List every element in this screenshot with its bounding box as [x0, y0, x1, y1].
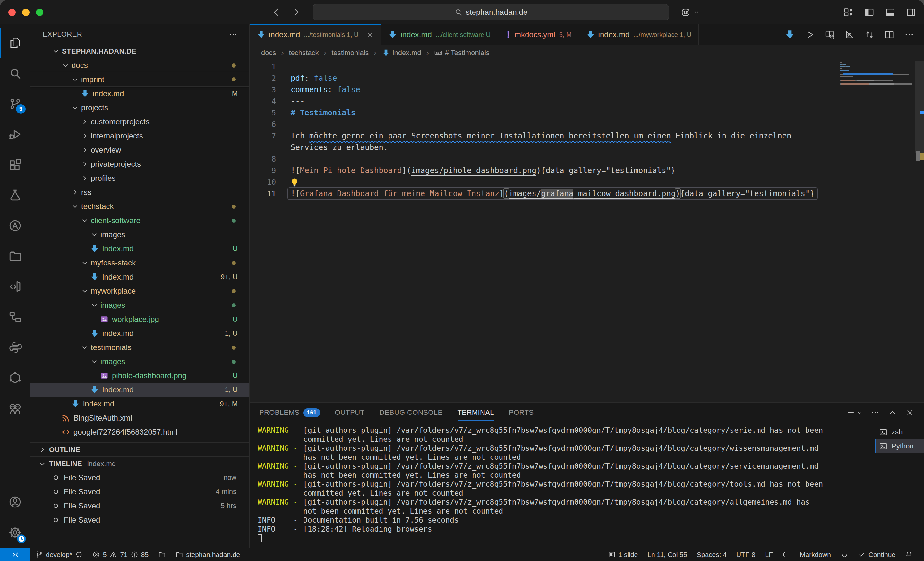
forward-icon[interactable]: [291, 7, 301, 17]
tree-item-index-md[interactable]: index.md1, U: [30, 326, 249, 340]
timeline-entry[interactable]: File Saved5 hrs: [30, 499, 249, 513]
tree-item-testimonials[interactable]: testimonials: [30, 340, 249, 355]
outline-section[interactable]: OUTLINE: [30, 442, 249, 456]
language-mode[interactable]: Markdown: [795, 548, 836, 561]
markdown-icon[interactable]: [785, 30, 795, 40]
zoom-window-button[interactable]: [36, 9, 44, 16]
tab-mkdocs-yml[interactable]: !mkdocs.yml5, M: [498, 24, 579, 45]
code-line-5[interactable]: 5# Testimonials: [250, 107, 838, 119]
workspace-folder[interactable]: stephan.hadan.de: [171, 548, 245, 561]
problems-status[interactable]: 57185: [88, 548, 153, 561]
compare-icon[interactable]: [864, 30, 874, 40]
continue-status[interactable]: Continue: [853, 548, 900, 561]
code-line-7[interactable]: 7Ich möchte gerne ein paar Screenshots m…: [250, 130, 838, 142]
tree-item-privateprojects[interactable]: privateprojects: [30, 157, 249, 171]
breadcrumb-item-2[interactable]: techstack: [289, 49, 319, 57]
tab-index-md-myworkplace[interactable]: index.md.../myworkplace 1, U: [579, 24, 699, 45]
panel-tab-problems[interactable]: PROBLEMS161: [259, 408, 320, 417]
code-line-6[interactable]: 6: [250, 119, 838, 130]
slide-count[interactable]: 1 slide: [603, 548, 643, 561]
loading-indicator-2[interactable]: [836, 548, 853, 561]
toggle-panel-icon[interactable]: [885, 7, 896, 18]
activitybar-item-accounts[interactable]: [0, 487, 30, 517]
tree-item-imprint[interactable]: imprint: [30, 72, 249, 87]
tree-item-images[interactable]: images: [30, 355, 249, 369]
customize-layout-icon[interactable]: [843, 7, 854, 18]
panel-tab-ports[interactable]: PORTS: [509, 408, 534, 417]
run-icon[interactable]: [805, 30, 815, 40]
panel-tab-terminal[interactable]: TERMINAL: [458, 408, 494, 417]
breadcrumb-item-5[interactable]: # Testimonials: [434, 49, 490, 57]
tab-index-md-testimonials[interactable]: index.md.../testimonials 1, U: [250, 24, 381, 45]
remote-indicator[interactable]: [0, 548, 30, 561]
code-line-1[interactable]: 1---: [250, 61, 838, 72]
activitybar-item-people-extension[interactable]: [0, 393, 30, 423]
maximize-panel-icon[interactable]: [888, 408, 897, 417]
tree-item-rss[interactable]: rss: [30, 185, 249, 199]
tree-item-client-software[interactable]: client-software: [30, 214, 249, 227]
eol-sequence[interactable]: LF: [760, 548, 778, 561]
tree-item-myfoss-stack[interactable]: myfoss-stack: [30, 256, 249, 270]
command-center-search[interactable]: stephan.hadan.de: [313, 4, 669, 20]
activitybar-item-run-and-debug[interactable]: [0, 119, 30, 150]
timeline-section[interactable]: TIMELINE index.md: [30, 456, 249, 471]
tree-item-workplace-jpg[interactable]: workplace.jpgU: [30, 312, 249, 326]
panel-tab-output[interactable]: OUTPUT: [335, 408, 365, 417]
tree-item-index-md[interactable]: index.md9+, U: [30, 270, 249, 284]
code-line-4[interactable]: 4---: [250, 96, 838, 107]
code-line-9[interactable]: 9![Mein Pi-hole-Dashboard](images/pihole…: [250, 165, 838, 176]
terminal-instance-zsh[interactable]: zsh: [875, 425, 924, 439]
activitybar-item-hexagon-extension[interactable]: [0, 362, 30, 393]
tree-item-stephan-hadan-de[interactable]: STEPHAN.HADAN.DE: [30, 44, 249, 58]
tree-item-index-md[interactable]: index.mdM: [30, 87, 249, 101]
activitybar-item-source-control[interactable]: 9: [0, 88, 30, 119]
tree-item-images[interactable]: images: [30, 227, 249, 242]
close-icon[interactable]: [366, 31, 374, 39]
activitybar-item-live-preview[interactable]: [0, 271, 30, 302]
code-line-3[interactable]: 3comments: false: [250, 84, 838, 96]
panel-tab-debug-console[interactable]: DEBUG CONSOLE: [379, 408, 442, 417]
back-icon[interactable]: [271, 7, 281, 17]
cursor-position[interactable]: Ln 11, Col 55: [643, 548, 692, 561]
toggle-secondary-sidebar-icon[interactable]: [906, 7, 916, 18]
tree-item-googlef727264f56832057-html[interactable]: googlef727264f56832057.html: [30, 425, 249, 439]
code-line-10[interactable]: 10: [250, 176, 838, 188]
breadcrumb-item-1[interactable]: docs: [261, 49, 276, 57]
code-line-wrap[interactable]: Services zu erlauben.: [250, 142, 838, 153]
loading-indicator[interactable]: [778, 548, 795, 561]
activitybar-item-extensions[interactable]: [0, 150, 30, 180]
tree-item-index-md[interactable]: index.md9+, M: [30, 397, 249, 411]
tree-item-index-md[interactable]: index.mdU: [30, 242, 249, 256]
tree-item-projects[interactable]: projects: [30, 101, 249, 115]
code-line-8[interactable]: 8: [250, 153, 838, 165]
timeline-entry[interactable]: File Saved: [30, 513, 249, 527]
copilot-menu[interactable]: [680, 7, 700, 18]
tree-item-index-md[interactable]: index.md1, U: [30, 383, 249, 397]
activitybar-item-flow-extension[interactable]: [0, 302, 30, 332]
timeline-entry[interactable]: File Saved4 mins: [30, 485, 249, 499]
tree-item-overview[interactable]: overview: [30, 143, 249, 157]
branch-status[interactable]: develop*: [30, 548, 88, 561]
new-terminal-button[interactable]: [846, 408, 862, 417]
indentation[interactable]: Spaces: 4: [692, 548, 732, 561]
tree-item-bingsiteauth-xml[interactable]: BingSiteAuth.xml: [30, 411, 249, 425]
code-line-11[interactable]: 11![Grafana-Dashboard für meine Mailcow-…: [250, 188, 838, 199]
tree-item-docs[interactable]: docs: [30, 58, 249, 72]
lightbulb-icon[interactable]: [290, 177, 300, 187]
more-actions-icon[interactable]: [904, 30, 914, 40]
activitybar-item-settings[interactable]: [0, 517, 30, 548]
folder-status[interactable]: [153, 548, 171, 561]
terminal-instance-python[interactable]: Python: [875, 439, 924, 453]
tree-item-images[interactable]: images: [30, 298, 249, 312]
close-panel-icon[interactable]: [905, 408, 914, 417]
scrollbar[interactable]: [915, 61, 924, 402]
close-window-button[interactable]: [8, 9, 16, 16]
tree-item-internalprojects[interactable]: internalprojects: [30, 129, 249, 143]
tree-item-techstack[interactable]: techstack: [30, 199, 249, 214]
minimize-window-button[interactable]: [22, 9, 30, 16]
activitybar-item-search[interactable]: [0, 58, 30, 88]
tab-index-md-client-software[interactable]: index.md.../client-software U: [381, 24, 498, 45]
toggle-sidebar-icon[interactable]: [864, 7, 874, 18]
tree-item-profiles[interactable]: profiles: [30, 171, 249, 185]
activitybar-item-testing[interactable]: [0, 180, 30, 210]
